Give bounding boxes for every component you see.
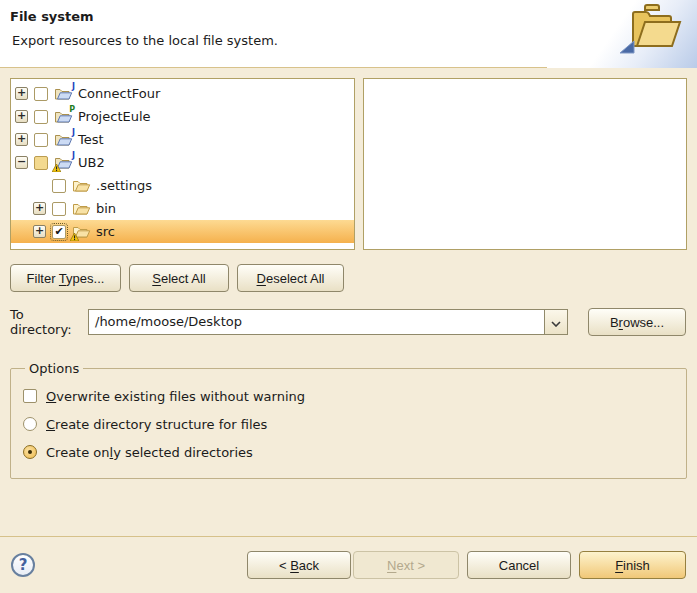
banner-arrow-icon [619,40,635,57]
expand-icon[interactable]: + [33,225,46,238]
browse-button[interactable]: Browse... [588,308,686,336]
next-button-disabled: Next > [353,551,459,579]
checkbox-projecteule[interactable] [34,110,48,124]
folder-warning-icon [72,224,91,239]
expand-icon[interactable]: + [33,202,46,215]
wizard-button-bar: ? < Back Next > Cancel Finish [0,536,697,593]
destination-combo[interactable]: /home/moose/Desktop [88,309,568,335]
page-subtitle: Export resources to the local file syste… [12,33,278,48]
options-legend: Options [25,361,83,376]
resource-tree[interactable]: + J ConnectFour + [10,78,355,250]
overwrite-option[interactable]: Overwrite existing files without warning [23,382,674,410]
project-decorator: P [69,105,75,114]
create-structure-radio[interactable] [23,417,37,431]
expand-icon[interactable]: + [15,87,28,100]
filter-types-button[interactable]: Filter Types... [10,264,121,292]
combo-dropdown-button[interactable] [544,310,567,334]
checkbox-connectfour[interactable] [34,87,48,101]
tree-item-label: .settings [96,178,152,193]
checkbox-settings[interactable] [52,179,66,193]
tree-item-bin[interactable]: + bin [11,197,354,220]
tree-item-settings[interactable]: .settings [11,174,354,197]
java-project-folder-icon: J [54,132,73,147]
deselect-all-button[interactable]: Deselect All [237,264,344,292]
expand-icon[interactable]: + [15,110,28,123]
warning-icon [70,233,79,241]
checkbox-test[interactable] [34,133,48,147]
java-decorator: J [72,128,75,137]
select-all-button[interactable]: Select All [129,264,229,292]
expand-icon[interactable]: + [15,133,28,146]
export-file-system-dialog: File system Export resources to the loca… [0,0,697,593]
warning-icon [52,164,61,172]
file-list-panel[interactable] [363,78,687,250]
checkbox-src-checked[interactable]: ✔ [52,225,66,239]
cancel-button[interactable]: Cancel [467,551,571,579]
page-title: File system [10,9,94,24]
create-structure-label: Create directory structure for files [46,417,267,432]
tree-item-label: Test [78,132,104,147]
create-selected-label: Create only selected directories [46,445,253,460]
java-decorator: J [72,151,75,160]
finish-button[interactable]: Finish [579,551,686,579]
checkbox-bin[interactable] [52,202,66,216]
create-selected-radio-selected[interactable] [23,445,37,459]
help-button[interactable]: ? [11,553,35,577]
tree-item-label: ProjectEule [78,109,151,124]
tree-item-label: bin [96,201,116,216]
folder-icon [72,178,91,193]
options-group: Options Overwrite existing files without… [10,361,687,479]
tree-item-label: src [96,224,115,239]
java-project-folder-icon: J [54,86,73,101]
checkbox-ub2-partial[interactable] [34,156,48,170]
tree-item-label: ConnectFour [78,86,160,101]
collapse-icon[interactable]: − [15,156,28,169]
overwrite-label: Overwrite existing files without warning [46,389,305,404]
wizard-header: File system Export resources to the loca… [0,0,697,68]
tree-item-ub2[interactable]: − J [11,151,354,174]
folder-icon [72,201,91,216]
to-directory-label: To directory: [10,307,88,337]
chevron-down-icon [551,315,561,330]
tree-item-test[interactable]: + J Test [11,128,354,151]
create-selected-option[interactable]: Create only selected directories [23,438,674,466]
java-project-folder-warning-icon: J [54,155,73,170]
destination-input[interactable]: /home/moose/Desktop [89,310,544,334]
overwrite-checkbox[interactable] [23,389,37,403]
create-structure-option[interactable]: Create directory structure for files [23,410,674,438]
tree-item-src-selected[interactable]: + ✔ src [11,220,354,243]
project-folder-icon: P [54,109,73,124]
java-decorator: J [72,82,75,91]
tree-item-projecteule[interactable]: + P ProjectEule [11,105,354,128]
tree-item-label: UB2 [78,155,105,170]
back-button[interactable]: < Back [247,551,351,579]
tree-item-connectfour[interactable]: + J ConnectFour [11,82,354,105]
wizard-body: + J ConnectFour + [0,69,697,536]
